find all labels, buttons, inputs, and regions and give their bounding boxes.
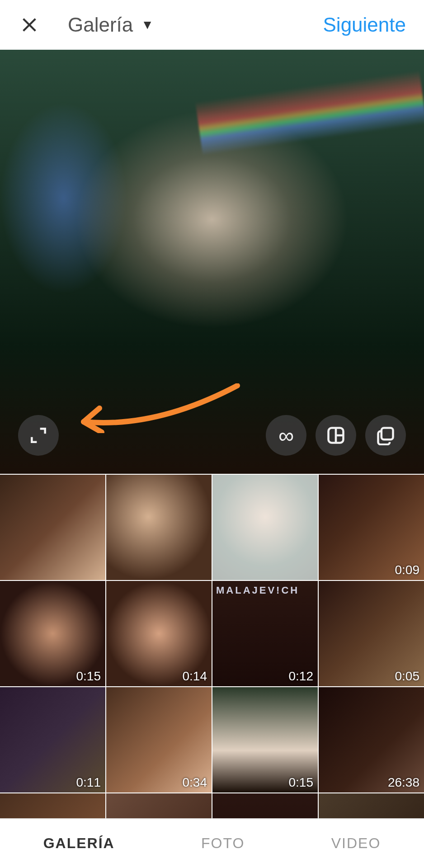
source-label: Galería	[68, 14, 133, 36]
multi-select-icon	[376, 425, 396, 445]
thumb-duration: 26:38	[388, 775, 419, 790]
gallery-thumb[interactable]	[212, 793, 318, 818]
source-dropdown[interactable]: Galería ▼	[68, 14, 154, 36]
thumb-image	[106, 475, 212, 580]
gallery-thumb[interactable]	[0, 475, 105, 580]
thumb-image	[0, 475, 105, 580]
gallery-thumb[interactable]: 0:14	[106, 581, 212, 686]
thumb-image	[0, 793, 105, 818]
gallery-thumb[interactable]: 0:15	[212, 687, 318, 793]
preview-area[interactable]: ∞	[0, 50, 424, 474]
tab-photo[interactable]: FOTO	[201, 835, 245, 852]
gallery-thumb[interactable]	[0, 793, 105, 818]
thumb-duration: 0:15	[76, 669, 101, 684]
thumb-duration: 0:11	[76, 775, 101, 790]
expand-crop-button[interactable]	[18, 415, 59, 456]
expand-icon	[28, 425, 48, 445]
chevron-down-icon: ▼	[141, 18, 154, 32]
thumb-duration: 0:05	[395, 669, 420, 684]
thumb-duration: 0:12	[289, 669, 314, 684]
gallery-thumb[interactable]: 0:11	[0, 687, 105, 793]
tab-video[interactable]: VIDEO	[331, 835, 381, 852]
svg-rect-5	[382, 428, 393, 440]
gallery-thumb[interactable]: 0:15	[0, 581, 105, 686]
gallery-thumb[interactable]: 0:34	[106, 687, 212, 793]
next-button[interactable]: Siguiente	[323, 14, 406, 36]
gallery-thumb[interactable]	[106, 793, 212, 818]
close-icon	[20, 16, 38, 34]
tab-gallery[interactable]: GALERÍA	[43, 835, 115, 852]
gallery-grid[interactable]: 0:090:150:14MALAJEV!CH0:120:050:110:340:…	[0, 474, 424, 818]
thumb-duration: 0:09	[395, 563, 420, 577]
gallery-thumb[interactable]	[319, 793, 424, 818]
thumb-image	[319, 793, 424, 818]
gallery-thumb[interactable]: 0:05	[319, 581, 424, 686]
gallery-thumb[interactable]	[212, 475, 318, 580]
bottom-tabs: GALERÍA FOTO VIDEO	[0, 818, 424, 868]
thumb-banner-text: MALAJEV!CH	[216, 585, 314, 596]
gallery-thumb[interactable]: MALAJEV!CH0:12	[212, 581, 318, 686]
gallery-thumb[interactable]: 0:09	[319, 475, 424, 580]
close-button[interactable]	[18, 14, 41, 36]
grid-icon	[326, 425, 346, 445]
boomerang-button[interactable]: ∞	[266, 415, 306, 456]
thumb-duration: 0:15	[289, 775, 314, 790]
layout-button[interactable]	[316, 415, 356, 456]
thumb-duration: 0:34	[183, 775, 207, 790]
gallery-thumb[interactable]: 26:38	[319, 687, 424, 793]
header-bar: Galería ▼ Siguiente	[0, 0, 424, 50]
thumb-image	[212, 793, 318, 818]
gallery-thumb[interactable]	[106, 475, 212, 580]
thumb-image	[106, 793, 212, 818]
infinity-icon: ∞	[278, 423, 294, 448]
thumb-duration: 0:14	[183, 669, 207, 684]
thumb-image	[212, 475, 318, 580]
multi-select-button[interactable]	[365, 415, 406, 456]
